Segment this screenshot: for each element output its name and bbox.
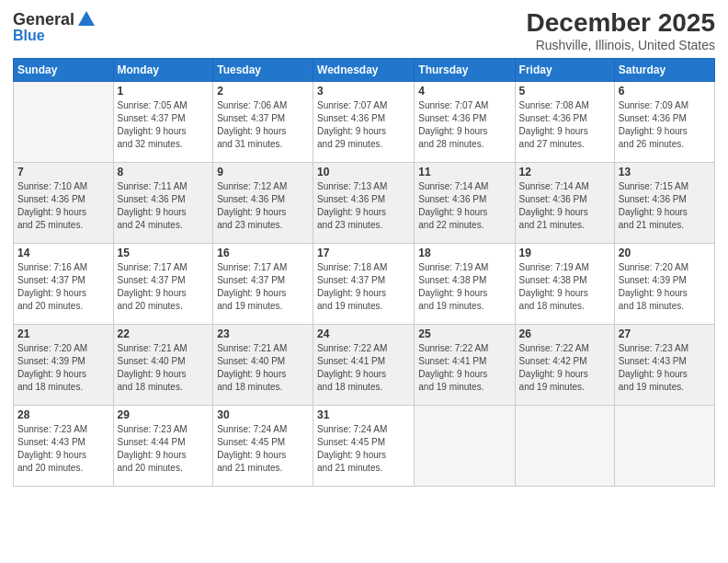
day-number: 16 <box>217 247 309 259</box>
title-area: December 2025 Rushville, Illinois, Unite… <box>527 9 715 52</box>
day-number: 2 <box>217 85 309 98</box>
calendar-week-row: 28Sunrise: 7:23 AMSunset: 4:43 PMDayligh… <box>14 405 715 486</box>
day-number: 12 <box>519 166 610 178</box>
day-info: Sunrise: 7:13 AMSunset: 4:36 PMDaylight:… <box>317 180 410 232</box>
table-row: 28Sunrise: 7:23 AMSunset: 4:43 PMDayligh… <box>14 405 114 486</box>
col-wednesday: Wednesday <box>313 58 415 81</box>
table-row: 12Sunrise: 7:14 AMSunset: 4:36 PMDayligh… <box>515 162 614 243</box>
day-number: 14 <box>17 247 109 259</box>
table-row: 29Sunrise: 7:23 AMSunset: 4:44 PMDayligh… <box>113 405 213 486</box>
calendar-week-row: 7Sunrise: 7:10 AMSunset: 4:36 PMDaylight… <box>14 162 715 243</box>
day-number: 8 <box>118 166 210 178</box>
day-number: 18 <box>418 247 510 259</box>
day-info: Sunrise: 7:06 AMSunset: 4:37 PMDaylight:… <box>217 99 309 151</box>
table-row: 8Sunrise: 7:11 AMSunset: 4:36 PMDaylight… <box>113 162 213 243</box>
day-number: 15 <box>118 247 210 259</box>
table-row: 7Sunrise: 7:10 AMSunset: 4:36 PMDaylight… <box>14 162 114 243</box>
table-row: 27Sunrise: 7:23 AMSunset: 4:43 PMDayligh… <box>614 324 714 405</box>
day-number: 17 <box>317 247 410 259</box>
table-row <box>614 405 714 486</box>
table-row <box>14 81 114 162</box>
day-number: 11 <box>418 166 510 178</box>
day-number: 6 <box>619 85 711 98</box>
day-info: Sunrise: 7:14 AMSunset: 4:36 PMDaylight:… <box>418 180 510 232</box>
calendar-week-row: 14Sunrise: 7:16 AMSunset: 4:37 PMDayligh… <box>14 243 715 324</box>
logo: General Blue <box>13 9 97 44</box>
day-info: Sunrise: 7:15 AMSunset: 4:36 PMDaylight:… <box>619 180 711 232</box>
table-row: 1Sunrise: 7:05 AMSunset: 4:37 PMDaylight… <box>113 81 213 162</box>
day-info: Sunrise: 7:19 AMSunset: 4:38 PMDaylight:… <box>418 261 510 313</box>
day-number: 26 <box>519 327 610 340</box>
day-info: Sunrise: 7:24 AMSunset: 4:45 PMDaylight:… <box>317 423 410 475</box>
day-info: Sunrise: 7:20 AMSunset: 4:39 PMDaylight:… <box>619 261 711 313</box>
day-info: Sunrise: 7:23 AMSunset: 4:44 PMDaylight:… <box>118 423 210 475</box>
calendar-table: Sunday Monday Tuesday Wednesday Thursday… <box>13 58 715 487</box>
day-info: Sunrise: 7:22 AMSunset: 4:42 PMDaylight:… <box>519 342 610 394</box>
calendar-week-row: 21Sunrise: 7:20 AMSunset: 4:39 PMDayligh… <box>14 324 715 405</box>
day-number: 4 <box>418 85 510 98</box>
table-row: 20Sunrise: 7:20 AMSunset: 4:39 PMDayligh… <box>614 243 714 324</box>
day-info: Sunrise: 7:21 AMSunset: 4:40 PMDaylight:… <box>217 342 309 394</box>
day-number: 9 <box>217 166 309 178</box>
day-info: Sunrise: 7:12 AMSunset: 4:36 PMDaylight:… <box>217 180 309 232</box>
table-row: 11Sunrise: 7:14 AMSunset: 4:36 PMDayligh… <box>415 162 515 243</box>
table-row: 6Sunrise: 7:09 AMSunset: 4:36 PMDaylight… <box>614 81 714 162</box>
day-info: Sunrise: 7:07 AMSunset: 4:36 PMDaylight:… <box>418 99 510 151</box>
table-row: 16Sunrise: 7:17 AMSunset: 4:37 PMDayligh… <box>213 243 313 324</box>
table-row: 19Sunrise: 7:19 AMSunset: 4:38 PMDayligh… <box>515 243 614 324</box>
table-row <box>515 405 614 486</box>
day-info: Sunrise: 7:11 AMSunset: 4:36 PMDaylight:… <box>118 180 210 232</box>
day-info: Sunrise: 7:23 AMSunset: 4:43 PMDaylight:… <box>619 342 711 394</box>
day-info: Sunrise: 7:22 AMSunset: 4:41 PMDaylight:… <box>317 342 410 394</box>
day-info: Sunrise: 7:21 AMSunset: 4:40 PMDaylight:… <box>118 342 210 394</box>
logo-general: General <box>13 10 74 29</box>
table-row: 24Sunrise: 7:22 AMSunset: 4:41 PMDayligh… <box>313 324 415 405</box>
table-row: 3Sunrise: 7:07 AMSunset: 4:36 PMDaylight… <box>313 81 415 162</box>
day-number: 3 <box>317 85 410 98</box>
table-row: 17Sunrise: 7:18 AMSunset: 4:37 PMDayligh… <box>313 243 415 324</box>
table-row: 25Sunrise: 7:22 AMSunset: 4:41 PMDayligh… <box>415 324 515 405</box>
day-number: 30 <box>217 408 309 421</box>
day-info: Sunrise: 7:19 AMSunset: 4:38 PMDaylight:… <box>519 261 610 313</box>
col-monday: Monday <box>113 58 213 81</box>
col-friday: Friday <box>515 58 614 81</box>
table-row: 30Sunrise: 7:24 AMSunset: 4:45 PMDayligh… <box>213 405 313 486</box>
day-number: 23 <box>217 327 309 340</box>
logo-blue: Blue <box>13 28 45 44</box>
day-info: Sunrise: 7:18 AMSunset: 4:37 PMDaylight:… <box>317 261 410 313</box>
table-row: 4Sunrise: 7:07 AMSunset: 4:36 PMDaylight… <box>415 81 515 162</box>
day-info: Sunrise: 7:05 AMSunset: 4:37 PMDaylight:… <box>118 99 210 151</box>
col-saturday: Saturday <box>614 58 714 81</box>
day-number: 22 <box>118 327 210 340</box>
day-number: 20 <box>619 247 711 259</box>
page-header: General Blue December 2025 Rushville, Il… <box>13 9 715 52</box>
table-row: 14Sunrise: 7:16 AMSunset: 4:37 PMDayligh… <box>14 243 114 324</box>
day-number: 29 <box>118 408 210 421</box>
day-info: Sunrise: 7:09 AMSunset: 4:36 PMDaylight:… <box>619 99 711 151</box>
svg-marker-0 <box>78 11 95 26</box>
col-thursday: Thursday <box>415 58 515 81</box>
table-row: 15Sunrise: 7:17 AMSunset: 4:37 PMDayligh… <box>113 243 213 324</box>
table-row: 10Sunrise: 7:13 AMSunset: 4:36 PMDayligh… <box>313 162 415 243</box>
table-row: 21Sunrise: 7:20 AMSunset: 4:39 PMDayligh… <box>14 324 114 405</box>
table-row: 26Sunrise: 7:22 AMSunset: 4:42 PMDayligh… <box>515 324 614 405</box>
table-row: 2Sunrise: 7:06 AMSunset: 4:37 PMDaylight… <box>213 81 313 162</box>
table-row <box>415 405 515 486</box>
table-row: 18Sunrise: 7:19 AMSunset: 4:38 PMDayligh… <box>415 243 515 324</box>
day-number: 5 <box>519 85 610 98</box>
day-info: Sunrise: 7:23 AMSunset: 4:43 PMDaylight:… <box>17 423 109 475</box>
month-title: December 2025 <box>527 9 715 38</box>
table-row: 13Sunrise: 7:15 AMSunset: 4:36 PMDayligh… <box>614 162 714 243</box>
day-info: Sunrise: 7:16 AMSunset: 4:37 PMDaylight:… <box>17 261 109 313</box>
table-row: 5Sunrise: 7:08 AMSunset: 4:36 PMDaylight… <box>515 81 614 162</box>
day-number: 13 <box>619 166 711 178</box>
day-info: Sunrise: 7:24 AMSunset: 4:45 PMDaylight:… <box>217 423 309 475</box>
day-number: 27 <box>619 327 711 340</box>
day-info: Sunrise: 7:10 AMSunset: 4:36 PMDaylight:… <box>17 180 109 232</box>
table-row: 23Sunrise: 7:21 AMSunset: 4:40 PMDayligh… <box>213 324 313 405</box>
day-number: 7 <box>17 166 109 178</box>
day-number: 1 <box>118 85 210 98</box>
day-number: 10 <box>317 166 410 178</box>
day-number: 19 <box>519 247 610 259</box>
col-sunday: Sunday <box>14 58 114 81</box>
